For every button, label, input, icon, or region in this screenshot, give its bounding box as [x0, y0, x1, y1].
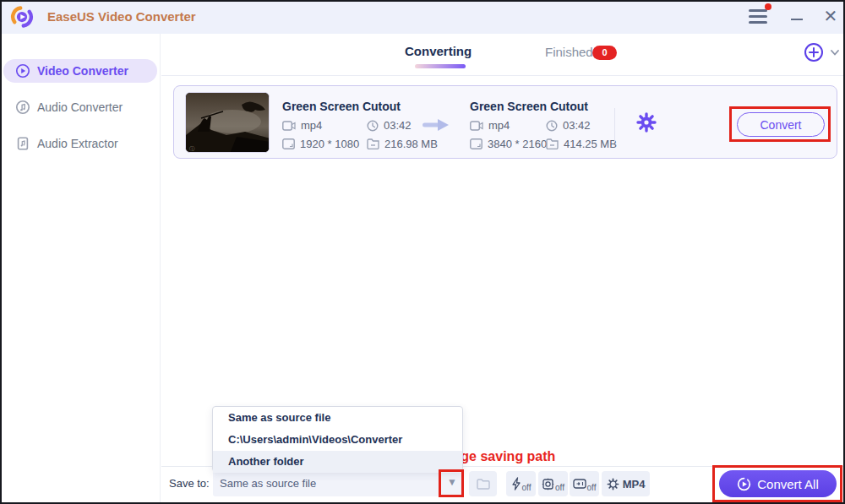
resolution-icon	[470, 138, 482, 149]
audio-circle-icon	[15, 100, 30, 115]
duration-icon	[367, 120, 379, 132]
tab-bar	[161, 34, 845, 76]
gear-icon	[607, 478, 619, 490]
output-format-button[interactable]: MP4	[602, 471, 650, 496]
app-title: EaseUS Video Converter	[47, 9, 196, 24]
merge-icon	[573, 478, 586, 490]
close-button[interactable]: ✕	[820, 5, 842, 27]
source-duration: 03:42	[367, 119, 412, 132]
annotation-box-convert-all	[712, 465, 842, 502]
source-format: mp4	[282, 119, 322, 132]
sidebar-item-audio-extractor[interactable]: Audio Extractor	[3, 132, 157, 155]
resolution-icon	[282, 138, 295, 149]
open-folder-button[interactable]	[469, 471, 497, 496]
folder-icon	[477, 479, 490, 490]
source-resolution: 1920 * 1080	[282, 138, 359, 150]
video-format-icon	[470, 121, 483, 131]
divider	[614, 108, 615, 142]
app-logo-icon	[10, 5, 34, 29]
sidebar: Video Converter Audio Converter Audio Ex…	[0, 34, 161, 504]
dropdown-caret-icon[interactable]: ▼	[447, 476, 457, 488]
convert-button[interactable]: Convert	[737, 112, 825, 137]
sidebar-item-audio-converter[interactable]: Audio Converter	[3, 95, 157, 119]
svg-text:ⓘ: ⓘ	[189, 146, 195, 151]
off-label: off	[555, 483, 564, 492]
sidebar-item-label: Video Converter	[37, 64, 128, 78]
video-format-icon	[282, 121, 296, 131]
lightning-icon	[511, 477, 521, 490]
chevron-down-icon[interactable]	[829, 46, 841, 58]
filesize-icon	[367, 138, 379, 149]
duration-icon	[546, 120, 558, 132]
source-file-title: Green Screen Cutout	[282, 100, 401, 113]
high-speed-off-button[interactable]: off	[506, 471, 536, 496]
source-filesize: 216.98 MB	[367, 138, 438, 150]
target-format: mp4	[470, 119, 510, 132]
active-tab-underline	[415, 64, 466, 68]
target-duration: 03:42	[546, 119, 591, 132]
audio-file-icon	[15, 136, 30, 151]
menu-icon[interactable]	[749, 8, 772, 25]
titlebar: EaseUS Video Converter ✕	[0, 0, 845, 34]
merge-off-button[interactable]: off	[570, 471, 599, 496]
target-file-title: Green Screen Cutout	[470, 100, 588, 113]
dropdown-item-same-as-source[interactable]: Same as source file	[213, 407, 462, 429]
tab-converting[interactable]: Converting	[405, 44, 472, 58]
dropdown-item-converter-path[interactable]: C:\Users\admin\Videos\Converter	[213, 429, 462, 451]
device-gear-icon	[542, 478, 554, 490]
tab-finished[interactable]: Finished	[545, 45, 593, 59]
dropdown-item-another-folder[interactable]: Another folder	[213, 451, 462, 473]
app-window: EaseUS Video Converter ✕ Video Converter…	[0, 0, 845, 504]
finished-count-badge: 0	[592, 46, 617, 60]
notification-dot	[765, 3, 771, 10]
target-resolution: 3840 * 2160	[470, 138, 547, 150]
off-label: off	[522, 483, 532, 492]
video-thumbnail: ⓘ	[185, 92, 270, 153]
target-filesize: 414.25 MB	[546, 138, 617, 150]
add-file-button[interactable]	[804, 42, 824, 62]
filesize-icon	[546, 138, 559, 149]
play-circle-icon	[15, 63, 30, 79]
annotation-box-caret: ▼	[439, 469, 464, 497]
arrow-right-icon	[421, 118, 451, 132]
sidebar-item-label: Audio Converter	[37, 100, 123, 114]
device-setting-off-button[interactable]: off	[538, 471, 568, 496]
save-path-dropdown: Same as source file C:\Users\admin\Video…	[212, 406, 463, 472]
minimize-button[interactable]	[787, 7, 807, 27]
sidebar-item-video-converter[interactable]: Video Converter	[3, 59, 157, 83]
settings-gear-icon[interactable]	[635, 111, 657, 133]
save-to-label: Save to:	[169, 477, 210, 490]
format-label: MP4	[623, 478, 646, 490]
sidebar-item-label: Audio Extractor	[37, 137, 118, 150]
file-card: ⓘ Green Screen Cutout mp4 03:42 1920 * 1…	[173, 85, 837, 159]
off-label: off	[587, 483, 597, 492]
save-path-value: Same as source file	[220, 477, 316, 490]
save-path-field[interactable]: Same as source file	[213, 471, 463, 496]
